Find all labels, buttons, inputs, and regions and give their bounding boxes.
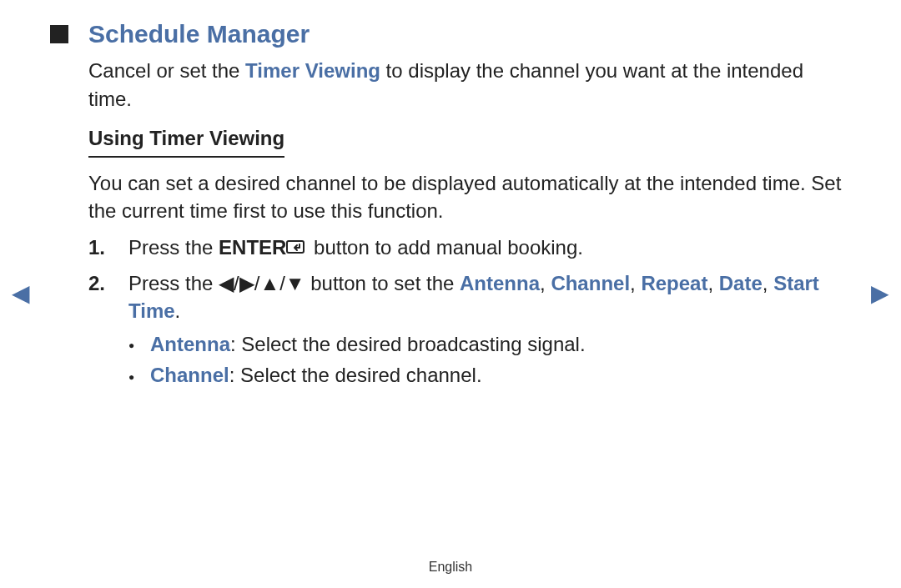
next-page-button[interactable]: ▶ xyxy=(871,279,889,307)
bullet-channel: Channel: Select the desired channel. xyxy=(128,361,851,389)
subheading-row: Using Timer Viewing xyxy=(50,124,851,158)
step-2-body: Press the ◀/▶/▲/▼ button to set the Ante… xyxy=(128,269,851,389)
date-term: Date xyxy=(719,272,763,294)
step-2-sublist: Antenna: Select the desired broadcasting… xyxy=(128,330,851,389)
comma-4: , xyxy=(763,272,773,294)
enter-label: ENTER xyxy=(219,236,286,259)
intro-paragraph: Cancel or set the Timer Viewing to displ… xyxy=(50,57,851,113)
steps-list: 1. Press the ENTER button to add manual … xyxy=(50,234,851,389)
step-1-pre: Press the xyxy=(128,236,219,259)
square-bullet-icon xyxy=(50,25,68,43)
intro-pre: Cancel or set the xyxy=(88,59,245,82)
footer-language: English xyxy=(0,560,901,575)
page-content: Schedule Manager Cancel or set the Timer… xyxy=(0,0,901,389)
subheading: Using Timer Viewing xyxy=(88,124,284,158)
prev-page-button[interactable]: ◀ xyxy=(12,279,30,307)
paragraph-2: You can set a desired channel to be disp… xyxy=(50,169,851,225)
step-1-number: 1. xyxy=(88,234,128,263)
comma-3: , xyxy=(707,272,718,294)
step-2-period: . xyxy=(175,299,181,322)
step-2-mid: button to set the xyxy=(305,272,460,294)
arrow-buttons-icon: ◀/▶/▲/▼ xyxy=(219,272,305,294)
bullet-channel-label: Channel xyxy=(150,364,229,386)
bullet-antenna: Antenna: Select the desired broadcasting… xyxy=(128,330,851,359)
step-2-number: 2. xyxy=(88,269,128,389)
comma-2: , xyxy=(630,272,641,294)
timer-viewing-term: Timer Viewing xyxy=(245,59,380,82)
page-title: Schedule Manager xyxy=(88,17,310,52)
bullet-antenna-body: Antenna: Select the desired broadcasting… xyxy=(150,330,586,359)
bullet-channel-body: Channel: Select the desired channel. xyxy=(150,361,482,389)
bullet-icon xyxy=(128,330,150,359)
channel-term: Channel xyxy=(551,272,630,294)
step-2-pre: Press the xyxy=(128,272,219,294)
bullet-antenna-text: : Select the desired broadcasting signal… xyxy=(230,333,586,355)
bullet-icon xyxy=(128,361,150,389)
title-row: Schedule Manager xyxy=(50,17,851,52)
bullet-antenna-label: Antenna xyxy=(150,333,230,355)
antenna-term: Antenna xyxy=(460,272,540,294)
step-1: 1. Press the ENTER button to add manual … xyxy=(88,234,851,263)
enter-icon xyxy=(286,234,308,263)
bullet-channel-text: : Select the desired channel. xyxy=(229,364,482,386)
comma-1: , xyxy=(540,272,551,294)
step-2: 2. Press the ◀/▶/▲/▼ button to set the A… xyxy=(88,269,851,389)
step-1-body: Press the ENTER button to add manual boo… xyxy=(128,234,851,263)
repeat-term: Repeat xyxy=(641,272,707,294)
step-1-post: button to add manual booking. xyxy=(308,236,583,259)
